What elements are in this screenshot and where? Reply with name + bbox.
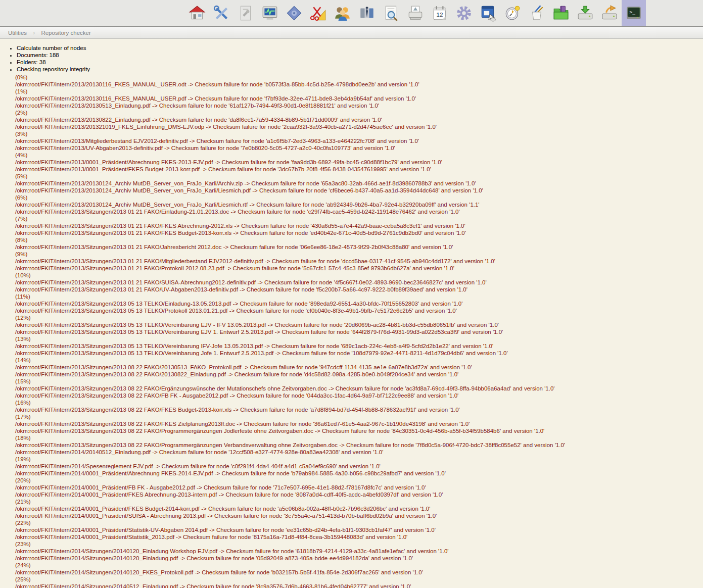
log-line: (8%) (15, 236, 703, 243)
log-line: (18%) (15, 434, 703, 442)
log-line: /okm:root/FKIT/intern/2013/Sitzungen/201… (15, 406, 703, 413)
log-line: (14%) (15, 357, 703, 364)
log-line: (7%) (15, 215, 703, 222)
admin-toolbar: 12 >_ (0, 0, 703, 27)
cut-ruler-icon[interactable] (306, 0, 331, 26)
log-line: /okm:root/FKIT/intern/2013/Sitzungen/201… (15, 243, 703, 251)
log-line: /okm:root/FKIT/intern/2013/Sitzungen/201… (15, 371, 703, 378)
log-line: /okm:root/FKIT/intern/2013/Sitzungen/201… (15, 364, 703, 371)
log-line: /okm:root/FKIT/intern/2013/Mitgliederbes… (15, 137, 703, 144)
log-line: /okm:root/FKIT/intern/2013/20130124_Arch… (15, 187, 703, 194)
log-line: /okm:root/FKIT/intern/2013/201321019_FKE… (15, 123, 703, 130)
log-line: /okm:root/FKIT/intern/2014/0001_Präsiden… (15, 470, 703, 477)
log-line: (13%) (15, 335, 703, 342)
log-line: /okm:root/FKIT/intern/2014/Sitzungen/201… (15, 569, 703, 576)
log-line: (22%) (15, 519, 703, 526)
log-line: /okm:root/FKIT/intern/2013/Sitzungen/201… (15, 307, 703, 314)
home-icon[interactable] (185, 0, 209, 26)
log-line: /okm:root/FKIT/intern/2013/Sitzungen/201… (15, 208, 703, 215)
tools-icon[interactable] (209, 0, 233, 26)
log-line: (21%) (15, 498, 703, 505)
log-line: (17%) (15, 413, 703, 420)
log-line: (12%) (15, 314, 703, 321)
log-line: /okm:root/FKIT/intern/2013/0001_Präsiden… (15, 159, 703, 166)
terminal-prompt-glyph: >_ (630, 9, 636, 15)
log-line: (10%) (15, 272, 703, 279)
log-line: /okm:root/FKIT/intern/2014/Sitzungen/201… (15, 548, 703, 555)
log-line: (9%) (15, 251, 703, 258)
calendar-day-label: 12 (437, 11, 443, 18)
breadcrumb: Utilities › Repository checker (0, 27, 703, 39)
status-item: Folders: 38 (17, 59, 703, 66)
status-item: Checking repository integrity (17, 66, 703, 73)
log-line: (24%) (15, 562, 703, 569)
stationery-icon[interactable] (525, 0, 549, 26)
repository-checker-output: Calculate number of nodes Documents: 188… (0, 39, 703, 588)
log-line: (25%) (15, 576, 703, 583)
log-line: (20%) (15, 477, 703, 484)
log-line: (3%) (15, 130, 703, 137)
log-line: /okm:root/FKIT/intern/2014/Sitzungen/201… (15, 583, 703, 588)
export-drive-icon[interactable] (597, 0, 622, 26)
log-line: /okm:root/FKIT/intern/2013/20130116_FKES… (15, 95, 703, 102)
breadcrumb-current-page: Repository checker (38, 30, 93, 36)
checker-log: (0%) /okm:root/FKIT/intern/2013/20130116… (15, 74, 703, 588)
desktop-window-icon[interactable] (476, 0, 500, 26)
settings-gear-icon[interactable] (452, 0, 476, 26)
log-line: (23%) (15, 541, 703, 548)
log-line: /okm:root/FKIT/intern/2013/UV-Abgaben201… (15, 144, 703, 152)
system-monitor-icon[interactable] (258, 0, 282, 26)
log-line: /okm:root/FKIT/intern/2014/0001_Präsiden… (15, 491, 703, 498)
folder-book-icon[interactable] (549, 0, 573, 26)
log-line: /okm:root/FKIT/intern/2013/20130513_Einl… (15, 102, 703, 109)
printer-icon[interactable] (403, 0, 428, 26)
import-drive-icon[interactable] (573, 0, 597, 26)
workflow-icon[interactable] (282, 0, 306, 26)
profiles-icon[interactable] (355, 0, 379, 26)
clock-icon[interactable] (500, 0, 525, 26)
log-line: /okm:root/FKIT/intern/2014/0001_Präsiden… (15, 526, 703, 533)
log-line: /okm:root/FKIT/intern/2013/Sitzungen/201… (15, 279, 703, 286)
log-line: /okm:root/FKIT/intern/2013/Sitzungen/201… (15, 350, 703, 357)
breadcrumb-utilities[interactable]: Utilities (5, 30, 30, 36)
log-line: /okm:root/FKIT/intern/2014/0001_Präsiden… (15, 484, 703, 491)
log-line: (4%) (15, 152, 703, 159)
toolbar-spacer (0, 0, 185, 26)
users-icon[interactable] (331, 0, 355, 26)
log-line: (19%) (15, 456, 703, 463)
log-line: /okm:root/FKIT/intern/2013/20130124_Arch… (15, 180, 703, 187)
log-line: /okm:root/FKIT/intern/2013/Sitzungen/201… (15, 420, 703, 427)
log-line: /okm:root/FKIT/intern/2013/Sitzungen/201… (15, 222, 703, 229)
log-line: (0%) (15, 74, 703, 81)
log-line: /okm:root/FKIT/intern/2014/0001_Präsiden… (15, 505, 703, 512)
log-line: /okm:root/FKIT/intern/2014/Sitzungen/201… (15, 555, 703, 562)
log-line: /okm:root/FKIT/intern/2013/Sitzungen/201… (15, 265, 703, 272)
log-line: /okm:root/FKIT/intern/2014/20140512_Einl… (15, 449, 703, 456)
log-line: /okm:root/FKIT/intern/2013/Sitzungen/201… (15, 392, 703, 399)
log-line: (2%) (15, 109, 703, 116)
log-line: (5%) (15, 173, 703, 180)
log-line: /okm:root/FKIT/intern/2014/Spesenregleme… (15, 463, 703, 470)
status-item: Documents: 188 (17, 52, 703, 59)
log-line: /okm:root/FKIT/intern/2013/Sitzungen/201… (15, 286, 703, 293)
log-line: (1%) (15, 88, 703, 95)
log-line: /okm:root/FKIT/intern/2014/0001_Präsiden… (15, 533, 703, 541)
terminal-console-icon[interactable]: >_ (622, 0, 646, 26)
log-line: /okm:root/FKIT/intern/2013/Sitzungen/201… (15, 342, 703, 350)
log-line: /okm:root/FKIT/intern/2013/Sitzungen/201… (15, 442, 703, 449)
document-search-icon[interactable] (379, 0, 403, 26)
log-line: (15%) (15, 378, 703, 385)
log-line: (11%) (15, 293, 703, 300)
chevron-right-icon: › (30, 29, 38, 36)
log-line: /okm:root/FKIT/intern/2013/20130116_FKES… (15, 81, 703, 88)
log-line: /okm:root/FKIT/intern/2013/0001_Präsiden… (15, 166, 703, 173)
log-line: /okm:root/FKIT/intern/2014/0001_Präsiden… (15, 512, 703, 519)
log-line: /okm:root/FKIT/intern/2013/Sitzungen/201… (15, 385, 703, 392)
calendar-icon[interactable]: 12 (428, 0, 452, 26)
status-list: Calculate number of nodes Documents: 188… (0, 44, 703, 73)
log-line: /okm:root/FKIT/intern/2013/Sitzungen/201… (15, 328, 703, 335)
status-item: Calculate number of nodes (17, 44, 703, 52)
log-line: (6%) (15, 194, 703, 201)
log-line: /okm:root/FKIT/intern/2013/Sitzungen/201… (15, 427, 703, 434)
document-report-icon[interactable] (233, 0, 258, 26)
